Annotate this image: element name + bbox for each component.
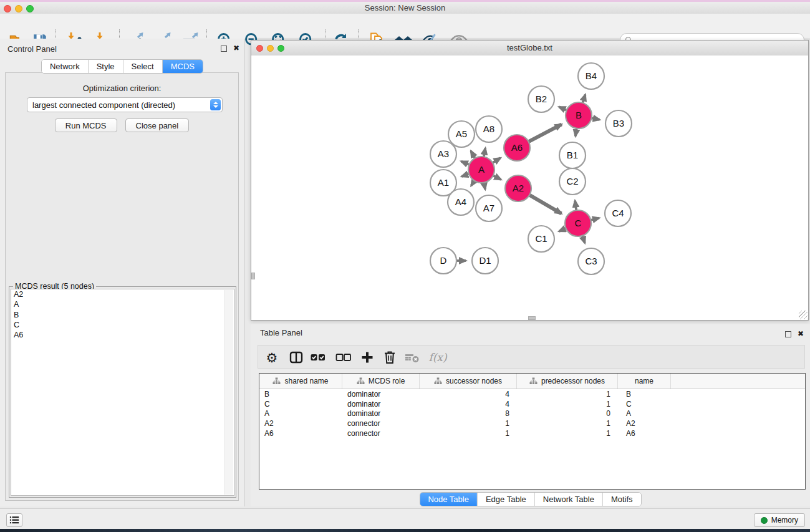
float-table-panel-icon[interactable]	[785, 331, 791, 337]
cell-successor-nodes[interactable]: 4	[420, 390, 517, 399]
edge-A6-B[interactable]	[528, 124, 562, 142]
graph-node-D[interactable]: D	[430, 248, 456, 274]
result-item-B[interactable]: B	[11, 310, 234, 320]
cell-predecessor-nodes[interactable]: 1	[517, 400, 618, 409]
main-toolbar	[0, 14, 810, 39]
graph-node-C3[interactable]: C3	[578, 248, 604, 274]
cell-successor-nodes[interactable]: 1	[420, 429, 517, 438]
table-row-C[interactable]: Cdominator41C	[259, 399, 805, 409]
graph-node-B4[interactable]: B4	[578, 63, 604, 89]
cell-shared-name[interactable]: A2	[259, 419, 342, 428]
graph-node-C2[interactable]: C2	[559, 168, 586, 195]
cell-MCDS-role[interactable]: connector	[342, 429, 420, 438]
result-item-A[interactable]: A	[11, 299, 234, 309]
delete-table-icon[interactable]	[402, 347, 422, 367]
close-panel-button[interactable]: Close panel	[125, 118, 190, 132]
cell-successor-nodes[interactable]: 1	[420, 419, 517, 428]
svg-text:B: B	[576, 110, 582, 120]
create-column-icon[interactable]	[357, 347, 377, 367]
select-all-checkboxes-icon[interactable]	[308, 347, 328, 367]
canvas-horizontal-scrollbar[interactable]	[528, 316, 536, 320]
cell-shared-name[interactable]: C	[259, 400, 342, 409]
cell-shared-name[interactable]: A	[259, 409, 342, 418]
graph-node-A7[interactable]: A7	[476, 195, 502, 221]
result-item-C[interactable]: C	[11, 320, 234, 330]
show-columns-icon[interactable]	[286, 347, 306, 367]
column-header-shared-name[interactable]: shared name	[259, 374, 342, 389]
function-builder-icon[interactable]: f(x)	[425, 347, 450, 367]
column-header-successor-nodes[interactable]: successor nodes	[420, 374, 517, 389]
tab-network-table[interactable]: Network Table	[535, 493, 603, 506]
close-table-panel-icon[interactable]: ✖	[798, 329, 804, 338]
table-row-B[interactable]: Bdominator41B	[259, 389, 805, 399]
float-panel-icon[interactable]	[221, 46, 227, 52]
tab-mcds[interactable]: MCDS	[163, 60, 203, 73]
result-item-A2[interactable]: A2	[11, 289, 234, 299]
graph-node-B3[interactable]: B3	[605, 110, 632, 137]
network-graph[interactable]: B4B2BB3A5A8A6A3B1AC2A1A2A4A7C4CC1DD1C3	[251, 56, 808, 320]
table-row-A6[interactable]: A6connector11A6	[259, 428, 805, 438]
tab-edge-table[interactable]: Edge Table	[478, 493, 535, 506]
edge-A2-C[interactable]	[528, 195, 561, 214]
main-titlebar[interactable]: Session: New Session	[0, 2, 810, 14]
network-canvas[interactable]: B4B2BB3A5A8A6A3B1AC2A1A2A4A7C4CC1DD1C3	[251, 56, 808, 320]
tab-style[interactable]: Style	[89, 60, 123, 73]
result-item-A6[interactable]: A6	[11, 330, 234, 340]
delete-column-icon[interactable]	[380, 347, 400, 367]
cell-predecessor-nodes[interactable]: 1	[517, 429, 618, 438]
cell-successor-nodes[interactable]: 8	[420, 409, 517, 418]
optimization-criterion-dropdown[interactable]: largest connected component (directed)	[27, 97, 223, 112]
graph-node-D1[interactable]: D1	[472, 248, 498, 274]
node-attribute-table[interactable]: shared nameMCDS rolesuccessor nodesprede…	[259, 373, 806, 490]
network-window-titlebar[interactable]: testGlobe.txt	[251, 41, 808, 56]
column-header-predecessor-nodes[interactable]: predecessor nodes	[517, 374, 618, 389]
cell-predecessor-nodes[interactable]: 1	[517, 390, 618, 399]
cell-MCDS-role[interactable]: dominator	[342, 409, 420, 418]
graph-node-A3[interactable]: A3	[430, 141, 456, 167]
tab-network[interactable]: Network	[42, 60, 89, 73]
cell-name[interactable]: A	[618, 409, 671, 418]
cell-predecessor-nodes[interactable]: 0	[517, 409, 618, 418]
column-header-MCDS-role[interactable]: MCDS role	[342, 374, 420, 389]
graph-node-C1[interactable]: C1	[528, 226, 554, 252]
graph-node-A[interactable]: A	[468, 157, 494, 183]
svg-text:C: C	[575, 218, 582, 228]
cell-MCDS-role[interactable]: dominator	[342, 400, 420, 409]
cell-predecessor-nodes[interactable]: 1	[517, 419, 618, 428]
run-mcds-button[interactable]: Run MCDS	[55, 118, 117, 132]
graph-node-B[interactable]: B	[566, 102, 592, 128]
window-resize-grip[interactable]	[799, 311, 808, 319]
tab-motifs[interactable]: Motifs	[603, 493, 641, 506]
graph-node-B2[interactable]: B2	[528, 86, 554, 112]
cell-name[interactable]: B	[618, 390, 671, 399]
tab-select[interactable]: Select	[123, 60, 163, 73]
table-settings-gear-icon[interactable]: ⚙	[262, 347, 282, 367]
task-history-button[interactable]	[6, 513, 22, 527]
cell-successor-nodes[interactable]: 4	[420, 400, 517, 409]
cell-MCDS-role[interactable]: connector	[342, 419, 420, 428]
column-header-name[interactable]: name	[618, 374, 671, 389]
graph-node-C[interactable]: C	[565, 210, 591, 236]
graph-node-C4[interactable]: C4	[605, 200, 631, 226]
cell-name[interactable]: A6	[618, 429, 671, 438]
graph-node-A8[interactable]: A8	[476, 116, 502, 142]
table-row-A[interactable]: Adominator80A	[259, 409, 805, 418]
cell-MCDS-role[interactable]: dominator	[342, 390, 420, 399]
result-list-scrollbar[interactable]	[224, 290, 233, 495]
graph-node-A4[interactable]: A4	[448, 189, 474, 215]
graph-node-A5[interactable]: A5	[448, 121, 475, 147]
close-panel-icon[interactable]: ✖	[233, 44, 239, 52]
memory-button[interactable]: Memory	[754, 513, 805, 527]
cell-name[interactable]: C	[618, 400, 671, 409]
table-row-A2[interactable]: A2connector11A2	[259, 418, 805, 428]
mcds-result-list[interactable]: A2ABCA6	[11, 289, 234, 496]
canvas-vertical-scrollbar[interactable]	[251, 273, 255, 279]
graph-node-A2[interactable]: A2	[505, 175, 531, 201]
cell-shared-name[interactable]: A6	[259, 429, 342, 438]
graph-node-A6[interactable]: A6	[504, 135, 530, 161]
deselect-all-checkboxes-icon[interactable]	[334, 347, 354, 367]
cell-shared-name[interactable]: B	[259, 390, 342, 399]
cell-name[interactable]: A2	[618, 419, 671, 428]
tab-node-table[interactable]: Node Table	[420, 493, 478, 506]
graph-node-B1[interactable]: B1	[559, 142, 586, 168]
